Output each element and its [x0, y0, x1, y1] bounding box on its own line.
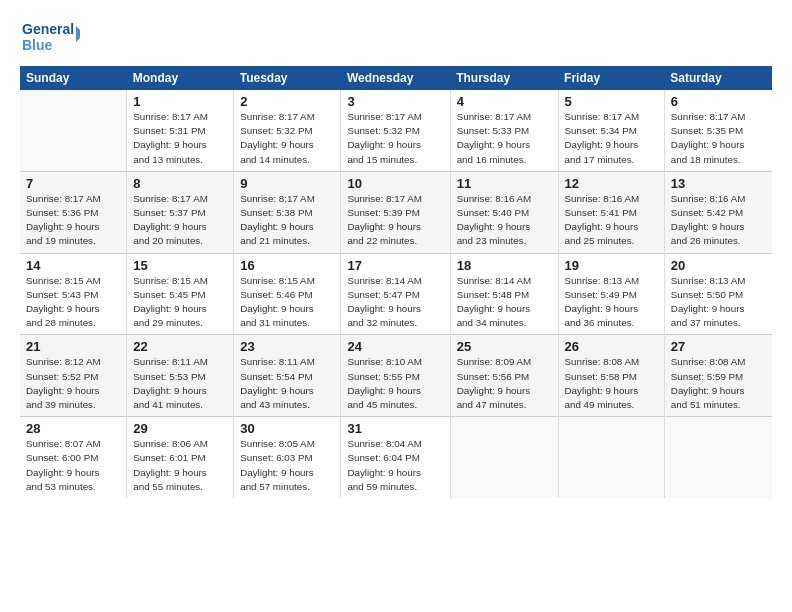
- day-number: 17: [347, 258, 443, 273]
- calendar-table: SundayMondayTuesdayWednesdayThursdayFrid…: [20, 66, 772, 498]
- calendar-cell: 2Sunrise: 8:17 AMSunset: 5:32 PMDaylight…: [234, 90, 341, 171]
- day-number: 14: [26, 258, 120, 273]
- day-info: Sunrise: 8:17 AMSunset: 5:36 PMDaylight:…: [26, 192, 120, 249]
- calendar-cell: [450, 417, 558, 498]
- day-number: 27: [671, 339, 766, 354]
- calendar-cell: 9Sunrise: 8:17 AMSunset: 5:38 PMDaylight…: [234, 171, 341, 253]
- day-info: Sunrise: 8:17 AMSunset: 5:32 PMDaylight:…: [240, 110, 334, 167]
- day-info: Sunrise: 8:12 AMSunset: 5:52 PMDaylight:…: [26, 355, 120, 412]
- day-info: Sunrise: 8:04 AMSunset: 6:04 PMDaylight:…: [347, 437, 443, 494]
- day-info: Sunrise: 8:08 AMSunset: 5:59 PMDaylight:…: [671, 355, 766, 412]
- calendar-cell: 24Sunrise: 8:10 AMSunset: 5:55 PMDayligh…: [341, 335, 450, 417]
- calendar-cell: 17Sunrise: 8:14 AMSunset: 5:47 PMDayligh…: [341, 253, 450, 335]
- calendar-cell: 3Sunrise: 8:17 AMSunset: 5:32 PMDaylight…: [341, 90, 450, 171]
- calendar-cell: 29Sunrise: 8:06 AMSunset: 6:01 PMDayligh…: [127, 417, 234, 498]
- weekday-header: Thursday: [450, 66, 558, 90]
- weekday-row: SundayMondayTuesdayWednesdayThursdayFrid…: [20, 66, 772, 90]
- calendar-week-row: 7Sunrise: 8:17 AMSunset: 5:36 PMDaylight…: [20, 171, 772, 253]
- day-number: 26: [565, 339, 658, 354]
- day-info: Sunrise: 8:08 AMSunset: 5:58 PMDaylight:…: [565, 355, 658, 412]
- calendar-cell: 11Sunrise: 8:16 AMSunset: 5:40 PMDayligh…: [450, 171, 558, 253]
- day-info: Sunrise: 8:15 AMSunset: 5:43 PMDaylight:…: [26, 274, 120, 331]
- weekday-header: Sunday: [20, 66, 127, 90]
- day-number: 21: [26, 339, 120, 354]
- calendar-cell: 16Sunrise: 8:15 AMSunset: 5:46 PMDayligh…: [234, 253, 341, 335]
- day-number: 30: [240, 421, 334, 436]
- calendar-cell: 25Sunrise: 8:09 AMSunset: 5:56 PMDayligh…: [450, 335, 558, 417]
- day-number: 2: [240, 94, 334, 109]
- day-info: Sunrise: 8:17 AMSunset: 5:32 PMDaylight:…: [347, 110, 443, 167]
- day-number: 3: [347, 94, 443, 109]
- calendar-cell: 18Sunrise: 8:14 AMSunset: 5:48 PMDayligh…: [450, 253, 558, 335]
- day-info: Sunrise: 8:16 AMSunset: 5:40 PMDaylight:…: [457, 192, 552, 249]
- calendar-body: 1Sunrise: 8:17 AMSunset: 5:31 PMDaylight…: [20, 90, 772, 498]
- calendar-cell: 27Sunrise: 8:08 AMSunset: 5:59 PMDayligh…: [664, 335, 772, 417]
- calendar-cell: [20, 90, 127, 171]
- calendar-cell: 4Sunrise: 8:17 AMSunset: 5:33 PMDaylight…: [450, 90, 558, 171]
- svg-text:General: General: [22, 21, 74, 37]
- weekday-header: Saturday: [664, 66, 772, 90]
- day-number: 6: [671, 94, 766, 109]
- day-number: 16: [240, 258, 334, 273]
- calendar-week-row: 1Sunrise: 8:17 AMSunset: 5:31 PMDaylight…: [20, 90, 772, 171]
- day-number: 5: [565, 94, 658, 109]
- day-info: Sunrise: 8:14 AMSunset: 5:47 PMDaylight:…: [347, 274, 443, 331]
- day-info: Sunrise: 8:17 AMSunset: 5:34 PMDaylight:…: [565, 110, 658, 167]
- calendar-cell: 23Sunrise: 8:11 AMSunset: 5:54 PMDayligh…: [234, 335, 341, 417]
- day-number: 8: [133, 176, 227, 191]
- day-number: 13: [671, 176, 766, 191]
- day-number: 9: [240, 176, 334, 191]
- calendar-week-row: 14Sunrise: 8:15 AMSunset: 5:43 PMDayligh…: [20, 253, 772, 335]
- calendar-cell: 1Sunrise: 8:17 AMSunset: 5:31 PMDaylight…: [127, 90, 234, 171]
- day-info: Sunrise: 8:13 AMSunset: 5:49 PMDaylight:…: [565, 274, 658, 331]
- day-number: 23: [240, 339, 334, 354]
- day-number: 10: [347, 176, 443, 191]
- weekday-header: Wednesday: [341, 66, 450, 90]
- logo: General Blue: [20, 16, 80, 56]
- day-info: Sunrise: 8:10 AMSunset: 5:55 PMDaylight:…: [347, 355, 443, 412]
- day-number: 4: [457, 94, 552, 109]
- day-number: 22: [133, 339, 227, 354]
- calendar-cell: 12Sunrise: 8:16 AMSunset: 5:41 PMDayligh…: [558, 171, 664, 253]
- day-number: 24: [347, 339, 443, 354]
- day-info: Sunrise: 8:11 AMSunset: 5:53 PMDaylight:…: [133, 355, 227, 412]
- calendar-header: SundayMondayTuesdayWednesdayThursdayFrid…: [20, 66, 772, 90]
- calendar-cell: 26Sunrise: 8:08 AMSunset: 5:58 PMDayligh…: [558, 335, 664, 417]
- day-info: Sunrise: 8:14 AMSunset: 5:48 PMDaylight:…: [457, 274, 552, 331]
- svg-marker-2: [76, 26, 80, 42]
- calendar-cell: 8Sunrise: 8:17 AMSunset: 5:37 PMDaylight…: [127, 171, 234, 253]
- day-info: Sunrise: 8:17 AMSunset: 5:39 PMDaylight:…: [347, 192, 443, 249]
- calendar-container: General Blue SundayMondayTuesdayWednesda…: [0, 0, 792, 508]
- day-info: Sunrise: 8:11 AMSunset: 5:54 PMDaylight:…: [240, 355, 334, 412]
- day-number: 1: [133, 94, 227, 109]
- calendar-cell: 13Sunrise: 8:16 AMSunset: 5:42 PMDayligh…: [664, 171, 772, 253]
- logo-svg: General Blue: [20, 16, 80, 56]
- calendar-cell: 21Sunrise: 8:12 AMSunset: 5:52 PMDayligh…: [20, 335, 127, 417]
- day-info: Sunrise: 8:05 AMSunset: 6:03 PMDaylight:…: [240, 437, 334, 494]
- calendar-cell: [664, 417, 772, 498]
- weekday-header: Monday: [127, 66, 234, 90]
- day-number: 28: [26, 421, 120, 436]
- day-number: 19: [565, 258, 658, 273]
- svg-text:Blue: Blue: [22, 37, 53, 53]
- header: General Blue: [20, 16, 772, 56]
- day-number: 25: [457, 339, 552, 354]
- day-info: Sunrise: 8:07 AMSunset: 6:00 PMDaylight:…: [26, 437, 120, 494]
- weekday-header: Tuesday: [234, 66, 341, 90]
- day-number: 31: [347, 421, 443, 436]
- day-info: Sunrise: 8:15 AMSunset: 5:45 PMDaylight:…: [133, 274, 227, 331]
- weekday-header: Friday: [558, 66, 664, 90]
- calendar-cell: 30Sunrise: 8:05 AMSunset: 6:03 PMDayligh…: [234, 417, 341, 498]
- calendar-cell: 6Sunrise: 8:17 AMSunset: 5:35 PMDaylight…: [664, 90, 772, 171]
- day-number: 15: [133, 258, 227, 273]
- calendar-cell: 7Sunrise: 8:17 AMSunset: 5:36 PMDaylight…: [20, 171, 127, 253]
- day-info: Sunrise: 8:13 AMSunset: 5:50 PMDaylight:…: [671, 274, 766, 331]
- day-number: 11: [457, 176, 552, 191]
- day-info: Sunrise: 8:17 AMSunset: 5:35 PMDaylight:…: [671, 110, 766, 167]
- day-info: Sunrise: 8:17 AMSunset: 5:38 PMDaylight:…: [240, 192, 334, 249]
- calendar-week-row: 21Sunrise: 8:12 AMSunset: 5:52 PMDayligh…: [20, 335, 772, 417]
- calendar-cell: [558, 417, 664, 498]
- day-number: 7: [26, 176, 120, 191]
- day-info: Sunrise: 8:17 AMSunset: 5:37 PMDaylight:…: [133, 192, 227, 249]
- calendar-cell: 15Sunrise: 8:15 AMSunset: 5:45 PMDayligh…: [127, 253, 234, 335]
